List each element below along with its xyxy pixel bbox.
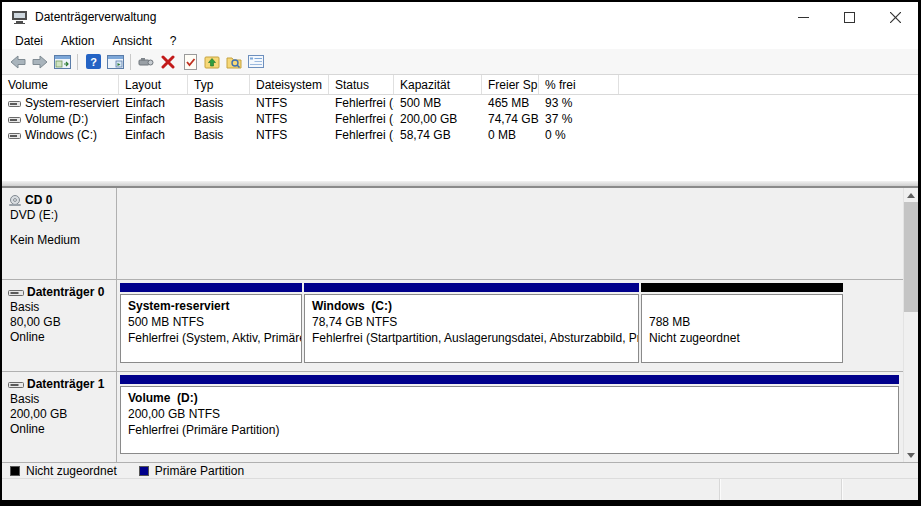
table-row[interactable]: Volume (D:) Einfach Basis NTFS Fehlerfre… [2, 111, 918, 127]
delete-icon[interactable] [157, 52, 179, 72]
scrollbar-track[interactable] [904, 202, 918, 448]
cell-prozent-frei: 93 % [539, 96, 619, 110]
partition-size: 78,74 GB NTFS [312, 314, 631, 330]
disk1-row: Datenträger 1 Basis 200,00 GB Online Vol… [2, 372, 918, 462]
partition-name [649, 298, 835, 314]
maximize-icon [844, 12, 855, 23]
toolbar-separator [77, 54, 78, 70]
volume-name: Volume (D:) [25, 112, 88, 126]
column-header-layout[interactable]: Layout [119, 75, 188, 94]
toolbar-separator [130, 54, 131, 70]
disk-icon [8, 288, 24, 298]
cell-dateisystem: NTFS [250, 96, 329, 110]
disk0-label-panel[interactable]: Datenträger 0 Basis 80,00 GB Online [2, 280, 117, 371]
cd-label-panel[interactable]: CD 0 DVD (E:) Kein Medium [2, 188, 117, 279]
cell-freier-speicher: 0 MB [482, 128, 539, 142]
disk0-title: Datenträger 0 [27, 285, 104, 300]
menu-hilfe[interactable]: ? [161, 33, 186, 49]
window-title: Datenträgerverwaltung [35, 10, 156, 24]
partition-name: Windows (C:) [312, 298, 631, 314]
cell-typ: Basis [188, 96, 250, 110]
status-segment [720, 479, 842, 500]
column-header-dateisystem[interactable]: Dateisystem [250, 75, 329, 94]
menu-datei[interactable]: Datei [6, 33, 52, 49]
folder-up-icon[interactable] [201, 52, 223, 72]
legend-label: Nicht zugeordnet [26, 464, 117, 478]
scroll-up-icon[interactable] [904, 188, 918, 202]
cell-dateisystem: NTFS [250, 112, 329, 126]
cell-freier-speicher: 74,74 GB [482, 112, 539, 126]
volume-list: Volume Layout Typ Dateisystem Status Kap… [2, 75, 918, 180]
cell-kapazitaet: 58,74 GB [394, 128, 482, 142]
console-tree-icon[interactable] [51, 52, 73, 72]
pane-splitter[interactable] [2, 180, 918, 188]
menu-ansicht[interactable]: Ansicht [103, 33, 160, 49]
column-header-volume[interactable]: Volume [2, 75, 119, 94]
volume-list-header: Volume Layout Typ Dateisystem Status Kap… [2, 75, 918, 95]
partition-size: 500 MB NTFS [128, 314, 294, 330]
cell-kapazitaet: 200,00 GB [394, 112, 482, 126]
close-button[interactable] [872, 2, 918, 32]
menu-bar: Datei Aktion Ansicht ? [2, 32, 918, 49]
maximize-button[interactable] [826, 2, 872, 32]
partition-color-bar [120, 375, 899, 384]
forward-icon[interactable] [29, 52, 51, 72]
cell-status: Fehlerfrei (... [329, 112, 394, 126]
action-pane-icon[interactable] [104, 52, 126, 72]
window-controls [780, 2, 918, 32]
volume-name: Windows (C:) [25, 128, 97, 142]
scrollbar-thumb[interactable] [904, 202, 918, 312]
legend-bar: Nicht zugeordnet Primäre Partition [2, 462, 918, 478]
scroll-down-icon[interactable] [904, 448, 918, 462]
cd-icon [8, 195, 22, 207]
details-icon[interactable] [245, 52, 267, 72]
tool-icon[interactable] [135, 52, 157, 72]
column-header-typ[interactable]: Typ [188, 75, 250, 94]
partition-windows-c[interactable]: Windows (C:) 78,74 GB NTFS Fehlerfrei (S… [304, 283, 639, 363]
cd-title: CD 0 [25, 193, 52, 208]
disk0-row: Datenträger 0 Basis 80,00 GB Online Syst… [2, 280, 918, 372]
partition-volume-d[interactable]: Volume (D:) 200,00 GB NTFS Fehlerfrei (P… [120, 375, 899, 454]
partition-status: Fehlerfrei (System, Aktiv, Primäre Pa [128, 330, 294, 346]
disk-icon [8, 380, 24, 390]
legend-item-unallocated: Nicht zugeordnet [10, 464, 117, 478]
graphical-view: CD 0 DVD (E:) Kein Medium Datenträger 0 … [2, 188, 918, 462]
status-segment [842, 479, 918, 500]
cd-drive-letter: DVD (E:) [10, 208, 112, 223]
properties-check-icon[interactable] [179, 52, 201, 72]
column-header-freier-speicher[interactable]: Freier Sp... [482, 75, 539, 94]
volume-name: System-reserviert [25, 96, 119, 110]
partition-unallocated[interactable]: 788 MB Nicht zugeordnet [641, 283, 843, 363]
column-header-status[interactable]: Status [329, 75, 394, 94]
toolbar: ? [2, 49, 918, 75]
app-icon [11, 10, 28, 25]
vertical-scrollbar[interactable] [903, 188, 918, 462]
unallocated-swatch [10, 466, 20, 476]
disk1-area: Volume (D:) 200,00 GB NTFS Fehlerfrei (P… [117, 372, 918, 462]
volume-icon [8, 131, 21, 140]
partition-color-bar [304, 283, 639, 292]
disk-management-window: Datenträgerverwaltung Datei Aktion Ansic… [0, 0, 921, 506]
cd-row: CD 0 DVD (E:) Kein Medium [2, 188, 918, 280]
cell-layout: Einfach [119, 112, 188, 126]
table-row[interactable]: Windows (C:) Einfach Basis NTFS Fehlerfr… [2, 127, 918, 143]
disk1-label-panel[interactable]: Datenträger 1 Basis 200,00 GB Online [2, 372, 117, 462]
back-icon[interactable] [7, 52, 29, 72]
svg-text:?: ? [90, 56, 97, 68]
close-icon [890, 12, 901, 23]
partition-system-reserviert[interactable]: System-reserviert 500 MB NTFS Fehlerfrei… [120, 283, 302, 363]
table-row[interactable]: System-reserviert Einfach Basis NTFS Feh… [2, 95, 918, 111]
partition-status: Fehlerfrei (Startpartition, Auslagerungs… [312, 330, 631, 346]
folder-search-icon[interactable] [223, 52, 245, 72]
cell-typ: Basis [188, 112, 250, 126]
legend-item-primary-partition: Primäre Partition [139, 464, 244, 478]
column-header-prozent-frei[interactable]: % frei [539, 75, 619, 94]
column-header-kapazitaet[interactable]: Kapazität [394, 75, 482, 94]
minimize-button[interactable] [780, 2, 826, 32]
partition-name: System-reserviert [128, 298, 294, 314]
cd-area [117, 188, 918, 279]
menu-aktion[interactable]: Aktion [52, 33, 103, 49]
volume-icon [8, 115, 21, 124]
help-icon[interactable]: ? [82, 52, 104, 72]
disk1-title: Datenträger 1 [27, 377, 104, 392]
